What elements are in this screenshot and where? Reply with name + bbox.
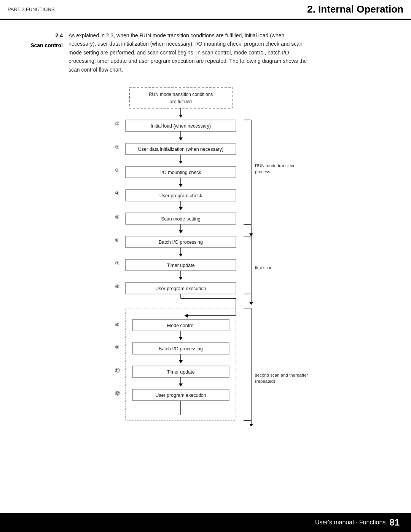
svg-text:(repeated): (repeated)	[255, 379, 275, 383]
svg-text:③: ③	[115, 167, 119, 173]
svg-marker-27	[179, 230, 183, 233]
svg-text:⑫: ⑫	[115, 390, 120, 396]
svg-text:①: ①	[115, 121, 119, 126]
svg-marker-7	[179, 137, 183, 141]
main-content: 2.4 Scan control As explained in 2.3, wh…	[0, 20, 411, 451]
svg-marker-32	[179, 254, 183, 257]
flowchart-area: RUN mode transition conditions are fulfi…	[15, 83, 396, 428]
svg-marker-22	[179, 207, 183, 210]
flowchart-wrapper: RUN mode transition conditions are fulfi…	[76, 83, 335, 428]
svg-marker-37	[179, 277, 183, 280]
start-box-line2: are fulfilled	[170, 99, 192, 104]
svg-text:⑨: ⑨	[115, 322, 119, 328]
svg-text:Initial load (when necessary): Initial load (when necessary)	[151, 123, 211, 129]
svg-marker-77	[249, 302, 253, 305]
svg-marker-51	[179, 337, 183, 340]
footer-text: User's manual - Functions	[315, 519, 386, 526]
svg-rect-0	[129, 87, 232, 108]
svg-text:first scan: first scan	[255, 265, 272, 270]
svg-text:Batch I/O processing: Batch I/O processing	[159, 240, 203, 245]
svg-text:I/O mounting check: I/O mounting check	[160, 170, 201, 175]
svg-text:⑪: ⑪	[115, 367, 120, 373]
section-number: 2.4	[15, 31, 63, 40]
start-box-line1: RUN mode transition conditions	[149, 92, 213, 97]
svg-text:⑦: ⑦	[115, 260, 119, 266]
svg-text:Timer update: Timer update	[167, 369, 194, 375]
header-section-label: PART 2 FUNCTIONS	[8, 6, 307, 12]
svg-text:Batch I/O processing: Batch I/O processing	[159, 346, 203, 351]
header-title: 2. Internal Operation	[307, 3, 403, 15]
section-body-text: As explained in 2.3, when the RUN mode t…	[68, 31, 308, 74]
svg-text:②: ②	[115, 144, 119, 150]
svg-text:⑩: ⑩	[115, 344, 119, 350]
section-title: Scan control	[15, 41, 63, 50]
svg-marker-61	[179, 383, 183, 387]
svg-text:User program execution: User program execution	[155, 286, 206, 291]
svg-marker-2	[179, 115, 183, 118]
svg-text:second scan and thereafter: second scan and thereafter	[255, 373, 308, 377]
svg-text:⑤: ⑤	[115, 214, 119, 220]
svg-marker-17	[179, 184, 183, 187]
svg-text:User program check: User program check	[159, 193, 202, 198]
page-header: PART 2 FUNCTIONS 2. Internal Operation	[0, 0, 411, 20]
svg-marker-45	[185, 314, 188, 318]
svg-text:process: process	[255, 169, 271, 174]
svg-text:⑧: ⑧	[115, 284, 119, 289]
svg-text:User data initialization (when: User data initialization (when necessary…	[138, 147, 223, 152]
section-left-column: 2.4 Scan control	[15, 31, 68, 74]
footer-page-number: 81	[389, 517, 400, 528]
svg-text:Timer update: Timer update	[167, 263, 194, 268]
svg-text:RUN mode transition: RUN mode transition	[255, 163, 296, 168]
svg-marker-83	[249, 424, 253, 426]
svg-marker-56	[179, 360, 183, 363]
svg-text:④: ④	[115, 190, 119, 196]
svg-text:Mode control: Mode control	[167, 323, 194, 328]
section-intro: 2.4 Scan control As explained in 2.3, wh…	[15, 31, 396, 74]
svg-marker-12	[179, 161, 183, 164]
page-footer: User's manual - Functions 81	[0, 513, 411, 532]
svg-text:User program execution: User program execution	[155, 393, 206, 398]
svg-text:⑥: ⑥	[115, 237, 119, 243]
svg-text:Scan mode setting: Scan mode setting	[161, 216, 201, 222]
flowchart-svg: RUN mode transition conditions are fulfi…	[76, 83, 335, 426]
